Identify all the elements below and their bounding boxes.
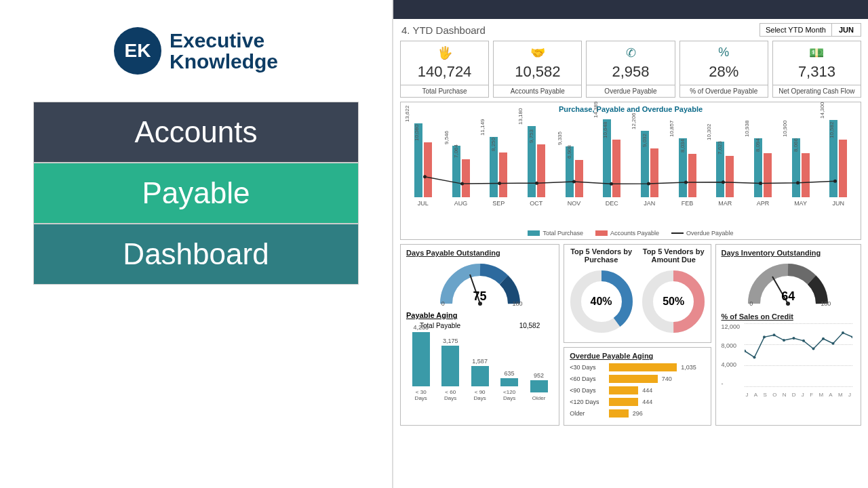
- overdue-aging-bar: <120 Days444: [570, 398, 705, 406]
- overdue-aging-bar: <90 Days444: [570, 386, 705, 394]
- svg-point-27: [812, 348, 814, 350]
- donut-due: Top 5 Vendors by Amount Due 50%: [639, 247, 708, 340]
- kpi-icon: 💵: [776, 45, 858, 62]
- bar-accounts-payable: 10,080: [424, 142, 432, 197]
- window-titlebar: [393, 0, 868, 19]
- title-row-3: Dashboard: [33, 224, 359, 285]
- month-group: 14,38910,648DEC: [597, 119, 626, 197]
- brand-badge: EK: [114, 27, 161, 75]
- main-chart-panel: Purchase, Payable and Overdue Payable 13…: [400, 102, 861, 240]
- svg-point-26: [802, 340, 805, 342]
- bar-accounts-payable: 10,582: [839, 140, 847, 197]
- overdue-aging-bar: <30 Days1,035: [570, 363, 705, 371]
- month-group: 10,9008,066MAY: [787, 138, 815, 197]
- title-row-1: Accounts: [33, 102, 359, 163]
- kpi-card: 🖐140,724Total Purchase: [400, 41, 489, 98]
- title-row-2: Payable: [33, 163, 359, 224]
- kpi-value: 140,724: [403, 63, 486, 81]
- month-group: 13,62210,080JUL: [409, 123, 437, 197]
- month-group: 10,8578,034FEB: [673, 138, 702, 197]
- main-chart-title: Purchase, Payable and Overdue Payable: [406, 105, 855, 113]
- bar-accounts-payable: 7,064: [462, 159, 470, 198]
- payable-aging: Payable Aging Total Payable10,582 4,233<…: [406, 311, 553, 401]
- kpi-label: % of Overdue Payable: [679, 85, 768, 98]
- kpi-icon: ✆: [589, 45, 671, 62]
- kpi-value: 2,958: [589, 63, 671, 81]
- month-group: 10,3027,623MAR: [711, 142, 739, 197]
- kpi-card: 💵7,313Net Operating Cash Flow: [772, 41, 861, 98]
- kpi-card: ✆2,958Overdue Payable: [586, 41, 675, 98]
- dpo-title: Days Payable Outstanding: [406, 249, 553, 257]
- main-chart: 13,62210,080JUL9,5467,064AUG11,1498,250S…: [406, 116, 855, 218]
- month-group: 9,5467,064AUG: [447, 146, 475, 197]
- kpi-value: 10,582: [496, 63, 578, 81]
- brand-logo: EK Executive Knowledge: [114, 27, 278, 75]
- aging-bar: 1,587< 90 Days: [468, 358, 492, 401]
- month-group: 13,1809,753OCT: [522, 126, 551, 197]
- bar-accounts-payable: 8,034: [688, 154, 696, 197]
- overdue-aging-bar: Older296: [570, 409, 705, 418]
- title-panel: EK Executive Knowledge Accounts Payable …: [0, 0, 393, 488]
- dio-panel: Days Inventory Outstanding 64 0 180 % of…: [715, 244, 862, 426]
- aging-bar: 3,175< 60 Days: [438, 338, 462, 401]
- month-group: 10,9388,094APR: [749, 138, 777, 198]
- kpi-icon: 🖐: [403, 45, 486, 62]
- month-group: 14,30010,582JUN: [824, 120, 852, 197]
- kpi-label: Net Operating Cash Flow: [772, 85, 861, 98]
- overdue-aging-panel: Overdue Payable Aging <30 Days1,035<60 D…: [564, 347, 711, 426]
- dio-gauge: 64 0 180: [744, 260, 832, 307]
- middle-column: Top 5 Vendors by Purchase 40% Top 5 Vend…: [564, 244, 711, 426]
- month-group: 11,1498,250SEP: [484, 137, 513, 197]
- kpi-value: 7,313: [776, 63, 858, 81]
- sales-credit-chart: 12,0008,0004,000- JASONDJFMAMJ: [722, 323, 856, 398]
- top-vendors-panel: Top 5 Vendors by Purchase 40% Top 5 Vend…: [564, 244, 711, 343]
- bar-accounts-payable: 9,753: [537, 144, 545, 197]
- svg-point-25: [792, 337, 795, 340]
- dashboard: 4. YTD Dashboard Select YTD Month JUN 🖐1…: [393, 0, 868, 488]
- kpi-label: Total Purchase: [400, 85, 489, 98]
- svg-point-30: [842, 331, 844, 334]
- month-group: 9,3356,908NOV: [560, 146, 589, 197]
- bar-accounts-payable: 7,623: [726, 156, 734, 197]
- svg-point-24: [783, 339, 785, 342]
- kpi-label: Accounts Payable: [493, 85, 582, 98]
- svg-point-21: [753, 356, 755, 359]
- aging-bar: 4,233< 30 Days: [409, 324, 433, 401]
- bar-accounts-payable: 8,066: [802, 153, 810, 197]
- month-selector-value[interactable]: JUN: [832, 23, 861, 37]
- kpi-label: Overdue Payable: [586, 85, 675, 98]
- aging-bar: 635<120 Days: [497, 370, 521, 401]
- main-chart-legend: Total Purchase Accounts Payable Overdue …: [406, 230, 855, 237]
- bar-accounts-payable: 8,094: [764, 153, 772, 197]
- kpi-value: 28%: [683, 63, 765, 81]
- kpi-cards: 🖐140,724Total Purchase🤝10,582Accounts Pa…: [393, 41, 868, 98]
- kpi-card: %28%% of Overdue Payable: [679, 41, 768, 98]
- bar-accounts-payable: 8,250: [499, 152, 507, 197]
- donut-purchase: Top 5 Vendors by Purchase 40%: [567, 247, 635, 340]
- dio-title: Days Inventory Outstanding: [722, 249, 856, 257]
- kpi-icon: %: [683, 45, 765, 62]
- aging-bar: 952Older: [527, 372, 551, 401]
- month-selector-label: Select YTD Month: [760, 23, 832, 37]
- bar-accounts-payable: 9,032: [650, 148, 658, 197]
- kpi-icon: 🤝: [496, 45, 578, 62]
- month-selector[interactable]: Select YTD Month JUN: [760, 23, 861, 37]
- dpo-gauge: 75 0 180: [436, 260, 524, 307]
- svg-point-29: [831, 342, 834, 345]
- svg-point-28: [822, 338, 825, 340]
- overdue-aging-bar: <60 Days740: [570, 375, 705, 383]
- page-title: 4. YTD Dashboard: [401, 24, 486, 36]
- bar-accounts-payable: 6,908: [575, 160, 583, 197]
- kpi-card: 🤝10,582Accounts Payable: [493, 41, 582, 98]
- svg-point-22: [763, 336, 766, 338]
- month-group: 12,2069,032JAN: [635, 131, 664, 197]
- bottom-row: Days Payable Outstanding 75 0 180 Payabl…: [393, 244, 868, 426]
- dashboard-header: 4. YTD Dashboard Select YTD Month JUN: [393, 19, 868, 41]
- svg-point-23: [772, 333, 775, 336]
- brand-name: Executive Knowledge: [170, 30, 278, 73]
- dpo-panel: Days Payable Outstanding 75 0 180 Payabl…: [400, 244, 559, 426]
- sales-credit-title: % of Sales on Credit: [722, 312, 856, 321]
- bar-accounts-payable: 10,648: [612, 140, 620, 197]
